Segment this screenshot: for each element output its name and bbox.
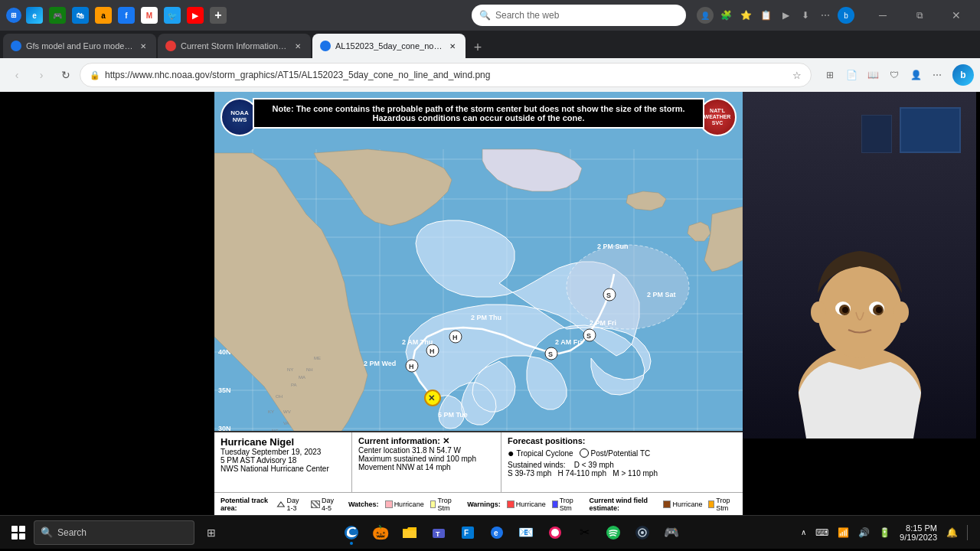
svg-text:NY: NY [287, 367, 293, 372]
search-label: Search [57, 527, 87, 538]
refresh-button[interactable]: ↻ [55, 64, 77, 86]
svg-text:MA: MA [299, 375, 305, 380]
forecast-title: Forecast positions: [508, 436, 737, 445]
taskbar-emoji-icon[interactable]: 🎃 [367, 519, 394, 546]
battery-icon[interactable]: 🔋 [876, 526, 893, 540]
svg-text:NH: NH [306, 367, 313, 372]
split-screen-icon[interactable]: ⊞ [821, 66, 839, 84]
immersive-reader-icon[interactable]: 📖 [864, 66, 882, 84]
youtube-app-icon[interactable]: ▶ [187, 7, 204, 24]
profile-icon[interactable]: 👤 [697, 7, 714, 24]
system-clock[interactable]: 8:15 PM 9/19/2023 [897, 523, 940, 542]
search-icon: 🔍 [41, 527, 53, 538]
svg-text:VA: VA [283, 421, 289, 425]
lower-right-panel [743, 439, 976, 515]
taskbar-steam-icon[interactable] [629, 519, 656, 546]
network-icon[interactable]: 📶 [835, 526, 852, 540]
day45-label: Day 4-5 [322, 497, 339, 512]
tab-noaa-cone[interactable]: AL152023_5day_cone_no_line_a... ✕ [312, 34, 466, 58]
show-desktop-icon[interactable] [967, 525, 974, 540]
tab3-close[interactable]: ✕ [447, 41, 458, 51]
info-panel: Hurricane Nigel Tuesday September 19, 20… [214, 431, 743, 492]
extensions-icon[interactable]: 🧩 [718, 8, 733, 23]
taskbar-circle-icon[interactable] [541, 519, 569, 546]
settings-icon[interactable]: ⋯ [818, 8, 833, 23]
twitter-app-icon[interactable]: 🐦 [164, 7, 181, 24]
svg-point-90 [551, 529, 559, 536]
svg-text:S: S [586, 332, 591, 340]
taskbar-mail-icon[interactable]: 📧 [512, 519, 540, 546]
reading-view-icon[interactable]: 📄 [842, 66, 861, 84]
add-app-icon[interactable]: + [210, 7, 227, 24]
taskbar-app-icons: 🎃 T F e 📧 ✂ 🎮 [228, 519, 795, 546]
wind-hurricane-label: Hurricane [672, 500, 702, 508]
favorites-icon[interactable]: ⭐ [738, 8, 753, 23]
svg-text:H: H [430, 347, 435, 355]
star-icon[interactable]: ☆ [792, 70, 802, 81]
minimize-button[interactable]: ─ [865, 5, 900, 26]
storm-advisory: 5 PM AST Advisory 18 [220, 456, 345, 465]
tab2-close[interactable]: ✕ [292, 41, 303, 51]
edge-app-icon[interactable]: e [26, 7, 43, 24]
taskbar-files-icon[interactable]: F [454, 519, 482, 546]
notification-icon[interactable]: 🔔 [943, 526, 961, 540]
url-text: https://www.nhc.noaa.gov/storm_graphics/… [105, 70, 788, 80]
hurricane-warn-label: Hurricane [516, 500, 546, 508]
volume-icon[interactable]: 🔊 [855, 526, 873, 540]
media-icon[interactable]: ▶ [778, 8, 793, 23]
noaa-map: NOAANWS NAT'LWEATHERSVC Note: The cone c… [214, 92, 743, 515]
taskbar-search-bar[interactable]: 🔍 Search [34, 520, 194, 545]
forward-button[interactable]: › [31, 64, 52, 86]
copilot-button[interactable]: b [952, 64, 974, 86]
taskbar-spotify-icon[interactable] [599, 519, 627, 546]
back-button[interactable]: ‹ [6, 64, 28, 86]
start-button[interactable] [6, 520, 31, 545]
new-tab-button[interactable]: + [467, 37, 488, 58]
account-icon[interactable]: 👤 [906, 66, 925, 84]
chevron-up-icon[interactable]: ∧ [798, 527, 809, 538]
warnings-label: Warnings: [467, 500, 501, 508]
gmail-app-icon[interactable]: M [141, 7, 158, 24]
svg-text:e: e [494, 529, 498, 537]
post-tc-label: Post/Potential TC [591, 449, 651, 458]
taskbar-teams-icon[interactable]: T [425, 519, 452, 546]
taskbar: 🔍 Search ⊞ 🎃 T F e 📧 ✂ 🎮 [0, 515, 980, 549]
nav-bar: ‹ › ↻ 🔒 https://www.nhc.noaa.gov/storm_g… [0, 58, 980, 92]
collections-icon[interactable]: 📋 [758, 8, 773, 23]
task-view-button[interactable]: ⊞ [198, 519, 225, 546]
day13-label: Day 1-3 [286, 497, 304, 512]
tab1-close[interactable]: ✕ [138, 41, 149, 51]
restore-button[interactable]: ⧉ [902, 5, 937, 26]
close-button[interactable]: ✕ [939, 5, 974, 26]
store-app-icon[interactable]: 🛍 [72, 7, 89, 24]
facebook-app-icon[interactable]: f [118, 7, 135, 24]
taskbar-gaming-icon[interactable]: 🎮 [658, 519, 685, 546]
browser-search-bar[interactable]: 🔍 Search the web [472, 5, 686, 26]
address-bar[interactable]: 🔒 https://www.nhc.noaa.gov/storm_graphic… [80, 63, 812, 87]
windows-menu-icon[interactable]: ⊞ [6, 8, 21, 23]
main-content: NOAANWS NAT'LWEATHERSVC Note: The cone c… [0, 92, 980, 515]
more-tools-icon[interactable]: ⋯ [928, 66, 946, 84]
taskbar-edge-icon[interactable] [338, 519, 365, 546]
downloads-icon[interactable]: ⬇ [798, 8, 813, 23]
taskbar-folder-icon[interactable] [396, 519, 423, 546]
amazon-app-icon[interactable]: a [95, 7, 112, 24]
svg-point-47 [567, 245, 689, 329]
keyboard-icon[interactable]: ⌨ [812, 526, 831, 540]
games-app-icon[interactable]: 🎮 [49, 7, 66, 24]
current-info-section: Current information: ✕ Center location 3… [352, 432, 501, 492]
tab-current-storm[interactable]: Current Storm Information | Trop... ✕ [158, 34, 311, 58]
svg-text:35N: 35N [218, 386, 231, 394]
svg-text:2 PM Thu: 2 PM Thu [471, 314, 501, 321]
taskbar-ie-icon[interactable]: e [483, 519, 511, 546]
edge-copilot-icon[interactable]: b [838, 7, 854, 24]
tab2-favicon [165, 41, 176, 51]
tabs-bar: Gfs model and Euro model - Se... ✕ Curre… [0, 31, 980, 58]
tab-gfs-model[interactable]: Gfs model and Euro model - Se... ✕ [3, 34, 156, 58]
browser-essentials-icon[interactable]: 🛡 [885, 66, 903, 84]
taskbar-cut-icon[interactable]: ✂ [570, 519, 598, 546]
storm-center: NWS National Hurricane Center [220, 465, 345, 473]
svg-text:PA: PA [291, 383, 297, 387]
svg-text:5 PM Tue: 5 PM Tue [438, 411, 468, 419]
current-info-title: Current information: ✕ [358, 436, 495, 446]
